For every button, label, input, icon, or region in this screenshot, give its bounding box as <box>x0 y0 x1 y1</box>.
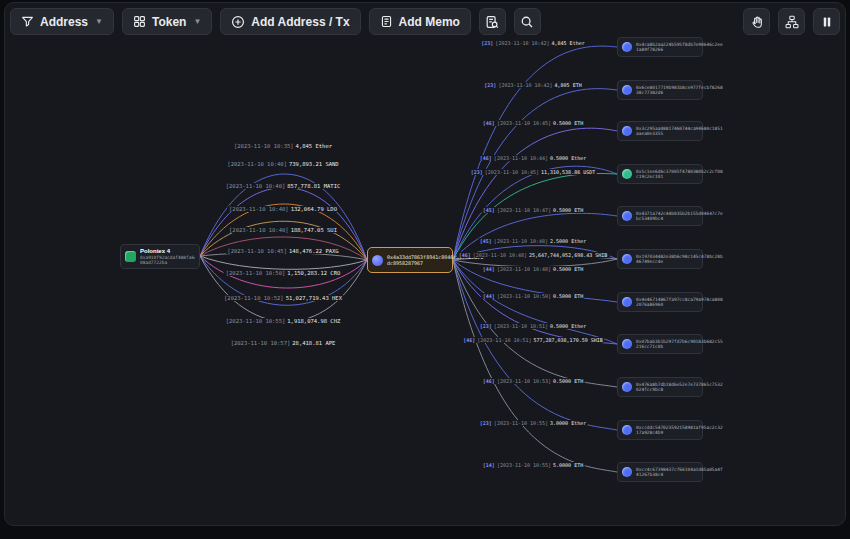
center-address-node[interactable]: 0x4a33dd7863f8941c8046c3b7e2c1c1 dc89582… <box>367 247 453 273</box>
transfer-edge-label[interactable]: [45][2023-11-10 10:48]2.5000 Ether <box>478 238 588 244</box>
transfer-edge[interactable] <box>453 46 617 260</box>
transfer-edge-label[interactable]: [23][2023-11-10 10:55]3.0000 Ether <box>478 420 588 426</box>
destination-address: 0x4371a742c44b035b2b155d04647c7ebc53409b… <box>636 211 723 222</box>
destination-address-node[interactable]: 0x197034482e38b6c98c145c478bc28b46749ecc… <box>617 249 703 269</box>
grid-icon <box>133 15 146 28</box>
graph-canvas[interactable]: [2023-11-10 10:35]4,845 Ether[2023-11-10… <box>4 2 846 526</box>
transfer-edge-label[interactable]: [23][2023-11-10 10:42]4,805 ETH <box>482 82 583 88</box>
transfer-edge-label[interactable]: [45][2023-11-10 10:47]0.5000 ETH <box>481 207 585 213</box>
hand-icon <box>750 15 764 29</box>
transfer-edge-label[interactable]: [23][2023-11-10 10:51]0.5000 Ether <box>478 323 588 329</box>
transfer-edge-label[interactable]: [2023-11-10 10:55]1,918,074.98 CHZ <box>224 318 343 324</box>
transfer-edge-label[interactable]: [2023-11-10 10:40]857,778.81 MATIC <box>224 183 343 189</box>
destination-address-node[interactable]: 0x476a8b7db18d6e52e7e737865c7532024fcc9b… <box>617 377 703 397</box>
sitemap-icon <box>785 15 799 29</box>
transfer-edge[interactable] <box>200 256 367 269</box>
destination-address: 0x476a8b7db18d6e52e7e737865c7532024fcc9b… <box>636 382 723 393</box>
transfer-edge[interactable] <box>453 260 617 344</box>
address-avatar-icon <box>622 254 632 264</box>
transfer-edge-label[interactable]: [46][2023-11-10 10:45]0.5000 ETH <box>481 120 585 126</box>
address-avatar-icon <box>622 169 632 179</box>
batch-search-button[interactable] <box>479 8 506 35</box>
transfer-edge-label[interactable]: [2023-11-10 10:50]1,150,283.12 CRO <box>224 270 343 276</box>
doc-search-icon <box>485 15 499 29</box>
add-address-tx-label: Add Address / Tx <box>251 15 349 29</box>
destination-address: 0xccddc547023592158981af95ac2c3217a928c4… <box>636 425 723 436</box>
destination-address-node[interactable]: 0x4e46714867fa97cc8ca79a978ca8082076a869… <box>617 292 703 312</box>
address-avatar-icon <box>622 42 632 52</box>
exchange-icon <box>125 251 136 262</box>
destination-address: 0x4e46714867fa97cc8ca79a978ca8082076a869… <box>636 297 723 308</box>
add-memo-label: Add Memo <box>399 15 460 29</box>
filter-address-label: Address <box>40 15 88 29</box>
transfer-edge-label[interactable]: [2023-11-10 10:40]132,064.79 LDO <box>227 206 339 212</box>
transfer-edge-label[interactable]: [23][2023-11-10 10:42]4,845 Ether <box>479 40 586 46</box>
destination-address: 0x197034482e38b6c98c145c478bc28b46749ecc… <box>636 254 723 265</box>
address-avatar-icon <box>372 255 383 266</box>
transfer-edge-label[interactable]: [2023-11-10 10:40]739,893.21 SAND <box>225 161 340 167</box>
address-avatar-icon <box>622 467 632 477</box>
address-avatar-icon <box>622 339 632 349</box>
destination-address: 0x3c295aa08817460744ca94680c1851aaea0e33… <box>636 126 723 137</box>
transfer-edge-label[interactable]: [14][2023-11-10 10:55]5.0000 ETH <box>481 462 585 468</box>
destination-address-node[interactable]: 0x3c295aa08817460744ca94680c1851aaea0e33… <box>617 121 703 141</box>
destination-address: 0x6ce8017719b981b8ce977fecbf826838c77382… <box>636 85 723 96</box>
chevron-down-icon: ▼ <box>95 17 103 26</box>
address-avatar-icon <box>622 425 632 435</box>
source-address-node[interactable]: Poloniex 4 0xa910f92acdaf488fa6ef02174fb… <box>120 244 200 269</box>
address-avatar-icon <box>622 211 632 221</box>
search-button[interactable] <box>514 8 541 35</box>
destination-address: 0x07bab3b1b297fd7b6c90183b682c55216cc71c… <box>636 339 723 350</box>
funnel-icon <box>21 15 34 28</box>
transfer-edge-label[interactable]: [2023-11-10 10:52]51,027,719.43 HEX <box>222 295 344 301</box>
destination-address-node[interactable]: 0x6ce8017719b981b8ce977fecbf826838c77382… <box>617 80 703 100</box>
add-address-tx-button[interactable]: Add Address / Tx <box>220 8 360 35</box>
add-memo-button[interactable]: Add Memo <box>369 8 471 35</box>
panel-toggle-button[interactable] <box>813 8 840 35</box>
filter-address-button[interactable]: Address ▼ <box>10 8 114 35</box>
memo-icon <box>380 15 393 28</box>
source-name: Poloniex 4 <box>140 248 195 255</box>
search-icon <box>520 15 534 29</box>
destination-address: 0x4ca8b2aa224b595f8db7e90646c2ee1a89f782… <box>636 42 723 53</box>
transfer-edge-label[interactable]: [2023-11-10 10:35]4,845 Ether <box>232 143 334 149</box>
transfer-edge-label[interactable]: [2023-11-10 10:57]28,418.81 APE <box>229 340 338 346</box>
source-address: 0xa910f92acdaf488fa6ef02174fb862 08ad772… <box>140 255 195 265</box>
destination-address-node[interactable]: 0xcc4c67398437cf66104a1d85a05a4f41267b38… <box>617 462 703 482</box>
toolbar-right <box>743 8 840 35</box>
chevron-down-icon: ▼ <box>193 17 201 26</box>
transfer-edge-label[interactable]: [46][2023-11-10 10:44]0.5000 Ether <box>478 155 588 161</box>
destination-address-node[interactable]: 0x07bab3b1b297fd7b6c90183b682c55216cc71c… <box>617 334 703 354</box>
destination-address-node[interactable]: 0x4ca8b2aa224b595f8db7e90646c2ee1a89f782… <box>617 37 703 57</box>
destination-address: 0xcc4c67398437cf66104a1d85a05a4f41267b38… <box>636 467 723 478</box>
plus-circle-icon <box>231 15 245 29</box>
transfer-edge-label[interactable]: [46][2023-11-10 10:51]577,287,038,170.59… <box>461 337 604 343</box>
columns-icon <box>820 15 834 29</box>
destination-address-node[interactable]: 0xccddc547023592158981af95ac2c3217a928c4… <box>617 420 703 440</box>
address-avatar-icon <box>622 85 632 95</box>
filter-token-label: Token <box>152 15 186 29</box>
transfer-edge-label[interactable]: [2023-11-10 10:40]188,747.05 SUI <box>227 227 339 233</box>
transfer-edge-label[interactable]: [46][2023-11-10 10:48]25,647,744,052,698… <box>457 252 610 258</box>
transfer-edge[interactable] <box>453 260 617 344</box>
destination-address-node[interactable]: 0x4371a742c44b035b2b155d04647c7ebc53409b… <box>617 206 703 226</box>
transfer-edge-label[interactable]: [46][2023-11-10 10:53]0.5000 ETH <box>481 378 585 384</box>
transfer-edge-label[interactable]: [23][2023-11-10 10:45]11,310,538.86 USDT <box>469 169 597 175</box>
layout-flow-button[interactable] <box>778 8 805 35</box>
transfer-edge-label[interactable]: [2023-11-10 10:45]148,476.22 PAXG <box>225 248 340 254</box>
destination-address: 0x5c1ee6d6c37005f4780380b2c2cf08c19c2ec1… <box>636 169 723 180</box>
address-avatar-icon <box>622 297 632 307</box>
filter-token-button[interactable]: Token ▼ <box>122 8 212 35</box>
toolbar-left: Address ▼ Token ▼ Add Address / Tx Add M… <box>10 8 541 35</box>
address-avatar-icon <box>622 382 632 392</box>
destination-address-node[interactable]: 0x5c1ee6d6c37005f4780380b2c2cf08c19c2ec1… <box>617 164 703 184</box>
address-avatar-icon <box>622 126 632 136</box>
transfer-edge-label[interactable]: [44][2023-11-10 10:50]0.5000 ETH <box>481 293 585 299</box>
transfer-edge-label[interactable]: [44][2023-11-10 10:48]0.5000 ETH <box>481 266 585 272</box>
pan-tool-button[interactable] <box>743 8 770 35</box>
